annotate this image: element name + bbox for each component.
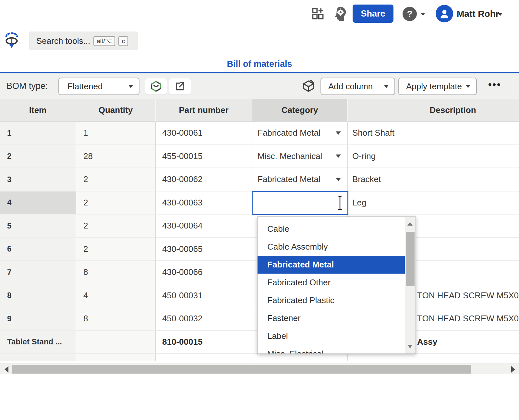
cell-quantity[interactable]: 8 [76, 307, 156, 331]
cell-category[interactable]: Fabricated Metal [252, 168, 348, 191]
table-row: 2 28 455-00015 Misc. Mechanical O-ring [0, 145, 519, 168]
tab-bill-of-materials[interactable]: Bill of materials [0, 59, 519, 69]
column-header-quantity[interactable]: Quantity [76, 99, 156, 122]
category-caret-icon[interactable] [336, 154, 341, 158]
apply-template-button[interactable]: Apply template [398, 78, 477, 95]
description-fragment: TON HEAD SCREW M5X0 [417, 290, 519, 301]
open-external-button[interactable] [169, 78, 191, 95]
cell-item[interactable]: 3 [0, 168, 76, 191]
cell-quantity[interactable]: 2 [76, 168, 156, 191]
dropdown-option-misc-electrical[interactable]: Misc. Electrical [258, 345, 405, 354]
category-dropdown: Cable Cable Assembly Fabricated Metal Fa… [257, 216, 416, 354]
cell-item[interactable]: 6 [0, 238, 76, 261]
cell-quantity [76, 354, 156, 361]
table-row-partial [0, 354, 519, 362]
cell-part-number[interactable]: 810-00015 [156, 331, 252, 354]
text-cursor-icon [336, 195, 344, 212]
cell-item[interactable]: 2 [0, 145, 76, 168]
share-button[interactable]: Share [353, 5, 393, 23]
category-value: Fabricated Metal [258, 128, 320, 138]
cell-category[interactable]: Misc. Mechanical [252, 145, 348, 168]
cell-part-number[interactable]: 450-00031 [156, 284, 252, 308]
description-fragment: TON HEAD SCREW M5X0 [417, 314, 519, 324]
cell-part-number[interactable]: 430-00063 [156, 191, 252, 215]
export-box-icon[interactable] [301, 79, 316, 95]
category-caret-icon[interactable] [336, 178, 341, 181]
description-fragment: Assy [417, 337, 437, 347]
dropdown-option-fastener[interactable]: Fastener [258, 309, 405, 327]
cell-item[interactable]: 4 [0, 191, 76, 215]
category-caret-icon[interactable] [336, 131, 341, 135]
dropdown-scrollbar[interactable] [405, 217, 416, 353]
dropdown-option-cable-assembly[interactable]: Cable Assembly [258, 238, 405, 256]
dropdown-option-fabricated-other[interactable]: Fabricated Other [258, 274, 405, 291]
cell-item[interactable]: 7 [0, 261, 76, 284]
horizontal-scrollbar[interactable] [0, 364, 519, 374]
cell-quantity[interactable]: 4 [76, 284, 156, 308]
horizontal-scrollbar-thumb[interactable] [12, 365, 471, 374]
flattened-bom-button[interactable] [145, 78, 167, 95]
cell-part-number[interactable]: 430-00061 [156, 122, 252, 145]
category-edit-cell[interactable] [252, 191, 348, 215]
cell-description [348, 354, 519, 361]
cell-description[interactable]: Short Shaft [348, 122, 519, 145]
cell-quantity[interactable]: 2 [76, 215, 156, 238]
column-header-category[interactable]: Category [252, 99, 348, 122]
open-external-icon [175, 81, 186, 92]
shortcut-key-c: c [118, 36, 128, 46]
cell-part-number[interactable]: 430-00066 [156, 261, 252, 284]
scroll-down-icon[interactable] [407, 345, 413, 348]
cell-quantity[interactable]: 2 [76, 191, 156, 215]
ai-assistant-icon[interactable] [333, 6, 347, 23]
scroll-up-icon[interactable] [407, 222, 413, 226]
cell-quantity[interactable]: 1 [76, 122, 156, 145]
user-menu-caret-icon[interactable] [498, 13, 503, 16]
scroll-right-icon[interactable] [511, 366, 515, 373]
table-header-row: Item Quantity Part number Category Descr… [0, 99, 519, 122]
cell-item[interactable]: 8 [0, 284, 76, 308]
dropdown-option-fabricated-metal[interactable]: Fabricated Metal [258, 256, 405, 274]
scroll-left-icon[interactable] [5, 366, 8, 373]
cell-part-number[interactable]: 430-00064 [156, 215, 252, 238]
dropdown-option-fabricated-plastic[interactable]: Fabricated Plastic [258, 291, 405, 309]
cell-item[interactable]: 9 [0, 307, 76, 331]
cell-description[interactable]: O-ring [348, 145, 519, 168]
cell-part-number[interactable]: 430-00065 [156, 238, 252, 261]
user-name[interactable]: Matt Rohr [457, 9, 499, 19]
bom-type-select[interactable]: Flattened [58, 78, 139, 95]
avatar[interactable] [436, 5, 453, 22]
add-column-button[interactable]: Add column [320, 78, 395, 95]
cell-description[interactable]: Bracket [348, 168, 519, 191]
cell-item[interactable]: 1 [0, 122, 76, 145]
help-icon[interactable]: ? [403, 7, 417, 21]
apps-grid-icon[interactable] [311, 6, 325, 22]
dropdown-option-cable[interactable]: Cable [258, 220, 405, 238]
more-options-button[interactable]: ••• [488, 79, 501, 90]
dropdown-scrollbar-thumb[interactable] [406, 232, 415, 286]
bom-toolbar: BOM type: Flattened [0, 73, 519, 99]
column-header-item[interactable]: Item [0, 99, 76, 122]
cell-part-number[interactable]: 430-00062 [156, 168, 252, 191]
apply-template-caret-icon [466, 85, 470, 88]
cell-description[interactable]: Leg [348, 191, 519, 215]
column-header-description[interactable]: Description [348, 99, 519, 122]
bom-type-value: Flattened [67, 81, 103, 92]
cell-quantity[interactable]: 8 [76, 261, 156, 284]
bom-panel-app: Share ? Matt Rohr Search tools... alt/⌥ … [0, 0, 519, 420]
cell-quantity[interactable] [76, 331, 156, 354]
cell-item[interactable]: Tablet Stand ... [0, 331, 76, 354]
search-tools-input[interactable]: Search tools... alt/⌥ c [29, 31, 138, 50]
spin-tool-icon[interactable] [3, 31, 20, 51]
cell-category[interactable]: Fabricated Metal [252, 122, 348, 145]
cell-item[interactable]: 5 [0, 215, 76, 238]
column-header-part-number[interactable]: Part number [156, 99, 252, 122]
help-caret-icon[interactable] [421, 13, 425, 16]
apply-template-label: Apply template [406, 81, 462, 92]
cell-quantity[interactable]: 2 [76, 238, 156, 261]
dropdown-option-label[interactable]: Label [258, 327, 405, 345]
cell-quantity[interactable]: 28 [76, 145, 156, 168]
cell-part-number[interactable]: 455-00015 [156, 145, 252, 168]
table-row: 3 2 430-00062 Fabricated Metal Bracket [0, 168, 519, 191]
search-placeholder: Search tools... [36, 36, 90, 46]
cell-part-number[interactable]: 450-00032 [156, 307, 252, 331]
